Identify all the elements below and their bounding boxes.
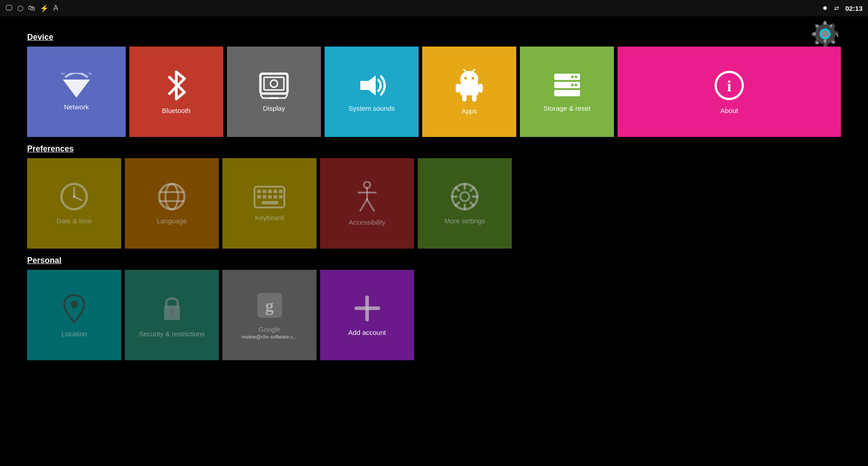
svg-rect-41 <box>263 195 266 198</box>
svg-rect-16 <box>472 94 476 102</box>
svg-rect-15 <box>462 94 467 102</box>
location-icon <box>62 293 87 325</box>
security-icon <box>160 293 184 325</box>
svg-rect-44 <box>279 195 283 198</box>
svg-line-50 <box>367 199 374 211</box>
tile-storage[interactable]: Storage & reset <box>520 47 614 137</box>
more-settings-label: More settings <box>441 217 489 225</box>
datetime-label: Date & time <box>53 217 95 225</box>
google-sublabel: review@chx-software.c... <box>241 334 297 339</box>
tile-keyboard[interactable]: Keyboard <box>222 158 316 249</box>
location-label: Location <box>58 330 91 338</box>
google-icon: g <box>255 291 284 320</box>
tile-network[interactable]: Network <box>27 47 126 137</box>
bluetooth-icon <box>164 70 189 101</box>
tile-datetime[interactable]: Date & time <box>27 158 121 249</box>
tile-display[interactable]: Display <box>227 47 321 137</box>
tile-accessibility[interactable]: Accessibility <box>320 158 414 249</box>
main-content: Device Network Bluetooth <box>0 16 868 466</box>
tile-google[interactable]: g Google review@chx-software.c... <box>222 270 316 360</box>
tile-location[interactable]: Location <box>27 270 121 360</box>
clock: 02:13 <box>845 5 863 12</box>
tile-addaccount[interactable]: Add account <box>320 270 414 360</box>
svg-point-30 <box>159 184 184 209</box>
svg-rect-35 <box>257 190 261 193</box>
about-icon: i <box>713 70 745 101</box>
svg-rect-40 <box>257 195 261 198</box>
tile-language[interactable]: Language <box>125 158 219 249</box>
accessibility-label: Accessibility <box>345 218 389 226</box>
network-icon <box>61 73 92 98</box>
status-icons: 🖵 ⬡ 🛍 ⚡ A <box>5 4 58 13</box>
svg-point-29 <box>73 195 75 198</box>
tile-more[interactable]: More settings <box>418 158 512 249</box>
bluetooth-status-icon: ✸ <box>822 5 828 12</box>
svg-point-9 <box>464 77 467 80</box>
svg-rect-37 <box>268 190 272 193</box>
svg-rect-14 <box>478 84 483 93</box>
preferences-section-label: Preferences <box>27 144 841 154</box>
svg-rect-36 <box>263 190 266 193</box>
svg-text:g: g <box>265 296 274 315</box>
arrows-icon: ⇄ <box>834 5 839 12</box>
apps-icon <box>456 69 483 102</box>
settings-gear-icon[interactable] <box>809 18 841 50</box>
svg-rect-39 <box>279 190 283 193</box>
svg-line-12 <box>473 69 476 71</box>
font-icon: A <box>53 4 58 12</box>
addaccount-icon <box>353 294 382 323</box>
preferences-grid: Date & time Language <box>27 158 841 249</box>
svg-point-31 <box>165 184 178 209</box>
tile-about[interactable]: i About <box>618 47 841 137</box>
svg-rect-13 <box>456 84 460 93</box>
svg-line-11 <box>463 69 466 71</box>
security-label: Security & restrictions <box>135 330 208 338</box>
tile-security[interactable]: Security & restrictions <box>125 270 219 360</box>
display-icon <box>259 72 289 99</box>
svg-point-52 <box>460 192 469 201</box>
svg-rect-42 <box>268 195 272 198</box>
svg-point-10 <box>472 77 474 80</box>
keyboard-icon <box>254 186 285 208</box>
device-grid: Network Bluetooth Display <box>27 47 841 137</box>
svg-rect-38 <box>274 190 277 193</box>
svg-line-58 <box>471 202 474 206</box>
sounds-icon <box>356 72 387 99</box>
svg-marker-1 <box>63 80 90 98</box>
svg-point-20 <box>575 75 577 78</box>
svg-text:i: i <box>727 78 731 94</box>
datetime-icon <box>60 182 89 212</box>
tile-apps[interactable]: Apps <box>422 47 516 137</box>
bag-icon: 🛍 <box>28 4 35 12</box>
storage-label: Storage & reset <box>540 104 594 112</box>
svg-point-61 <box>71 301 78 308</box>
about-label: About <box>717 107 741 114</box>
personal-section-label: Personal <box>27 256 841 265</box>
keyboard-label: Keyboard <box>251 214 288 221</box>
language-label: Language <box>153 217 191 225</box>
sounds-label: System sounds <box>345 104 399 112</box>
svg-rect-19 <box>554 90 580 96</box>
google-label: Google <box>255 325 284 333</box>
tile-bluetooth[interactable]: Bluetooth <box>129 47 223 137</box>
status-right: ✸ ⇄ 02:13 <box>822 5 863 12</box>
svg-marker-6 <box>360 75 376 95</box>
apps-label: Apps <box>458 107 481 115</box>
bluetooth-label: Bluetooth <box>158 107 194 114</box>
svg-line-60 <box>456 202 459 206</box>
status-bar: 🖵 ⬡ 🛍 ⚡ A ✸ ⇄ 02:13 <box>0 0 868 16</box>
svg-line-59 <box>471 188 474 191</box>
svg-line-49 <box>360 199 367 211</box>
usb-icon: 🖵 <box>5 4 13 12</box>
device-section-label: Device <box>27 33 841 42</box>
network-label: Network <box>60 103 92 111</box>
svg-rect-3 <box>264 77 284 90</box>
addaccount-label: Add account <box>344 329 389 336</box>
display-label: Display <box>259 104 288 112</box>
svg-point-22 <box>575 84 577 86</box>
accessibility-icon <box>355 181 380 213</box>
svg-point-21 <box>571 75 574 78</box>
svg-line-57 <box>456 188 459 191</box>
storage-icon <box>552 72 582 99</box>
tile-sounds[interactable]: System sounds <box>325 47 419 137</box>
